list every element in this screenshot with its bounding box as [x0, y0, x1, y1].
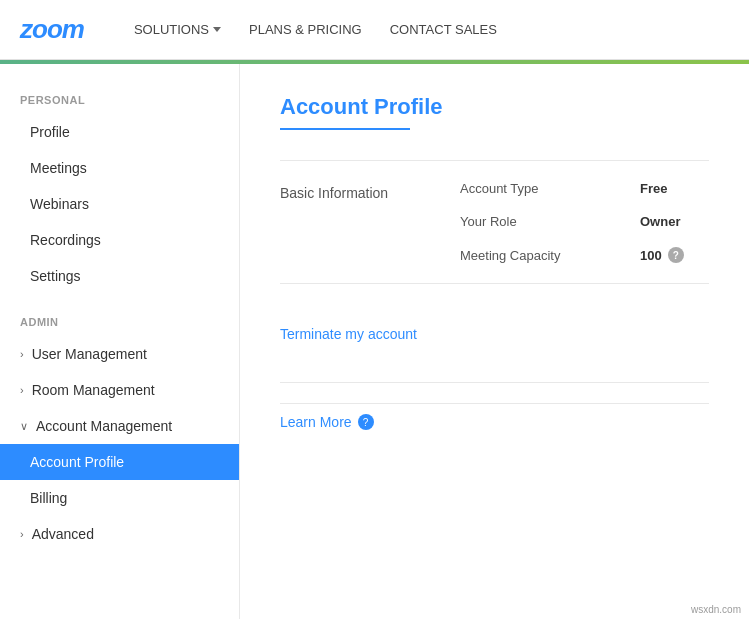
- basic-information-label: Basic Information: [280, 181, 400, 263]
- title-underline: [280, 128, 410, 130]
- nav-links: SOLUTIONS PLANS & PRICING CONTACT SALES: [134, 22, 497, 37]
- info-icon[interactable]: ?: [668, 247, 684, 263]
- basic-info-section: Basic Information Account Type Free Your…: [280, 160, 709, 284]
- learn-more-section: Learn More ?: [280, 403, 709, 430]
- nav-plans-pricing[interactable]: PLANS & PRICING: [249, 22, 362, 37]
- nav-solutions[interactable]: SOLUTIONS: [134, 22, 221, 37]
- admin-section-label: ADMIN: [0, 306, 239, 336]
- sidebar-item-advanced[interactable]: › Advanced: [0, 516, 239, 552]
- sidebar-item-webinars[interactable]: Webinars: [0, 186, 239, 222]
- sidebar-item-room-management[interactable]: › Room Management: [0, 372, 239, 408]
- sidebar-item-account-management[interactable]: ∨ Account Management: [0, 408, 239, 444]
- main-layout: PERSONAL Profile Meetings Webinars Recor…: [0, 64, 749, 619]
- learn-more-link[interactable]: Learn More ?: [280, 414, 709, 430]
- sidebar: PERSONAL Profile Meetings Webinars Recor…: [0, 64, 240, 619]
- nav-contact-sales[interactable]: CONTACT SALES: [390, 22, 497, 37]
- meeting-capacity-value: 100 ?: [640, 247, 684, 263]
- chevron-right-icon: ›: [20, 384, 24, 396]
- account-type-row: Account Type Free: [460, 181, 684, 196]
- chevron-right-icon: ›: [20, 348, 24, 360]
- account-type-value: Free: [640, 181, 667, 196]
- sidebar-item-account-profile[interactable]: Account Profile: [0, 444, 239, 480]
- question-icon[interactable]: ?: [358, 414, 374, 430]
- sidebar-item-recordings[interactable]: Recordings: [0, 222, 239, 258]
- meeting-capacity-label: Meeting Capacity: [460, 248, 600, 263]
- your-role-label: Your Role: [460, 214, 600, 229]
- top-nav: zoom SOLUTIONS PLANS & PRICING CONTACT S…: [0, 0, 749, 60]
- chevron-down-icon: [213, 27, 221, 32]
- your-role-row: Your Role Owner: [460, 214, 684, 229]
- meeting-capacity-row: Meeting Capacity 100 ?: [460, 247, 684, 263]
- account-type-label: Account Type: [460, 181, 600, 196]
- watermark: wsxdn.com: [691, 604, 741, 615]
- your-role-value: Owner: [640, 214, 680, 229]
- sidebar-item-user-management[interactable]: › User Management: [0, 336, 239, 372]
- personal-section-label: PERSONAL: [0, 84, 239, 114]
- terminate-section: Terminate my account: [280, 304, 709, 383]
- sidebar-item-settings[interactable]: Settings: [0, 258, 239, 294]
- logo[interactable]: zoom: [20, 14, 84, 45]
- page-title: Account Profile: [280, 94, 709, 120]
- chevron-down-icon: ∨: [20, 420, 28, 433]
- info-fields: Account Type Free Your Role Owner Meetin…: [460, 181, 684, 263]
- sidebar-item-billing[interactable]: Billing: [0, 480, 239, 516]
- sidebar-item-profile[interactable]: Profile: [0, 114, 239, 150]
- terminate-account-link[interactable]: Terminate my account: [280, 314, 417, 362]
- sidebar-item-meetings[interactable]: Meetings: [0, 150, 239, 186]
- content-area: Account Profile Basic Information Accoun…: [240, 64, 749, 619]
- chevron-right-icon: ›: [20, 528, 24, 540]
